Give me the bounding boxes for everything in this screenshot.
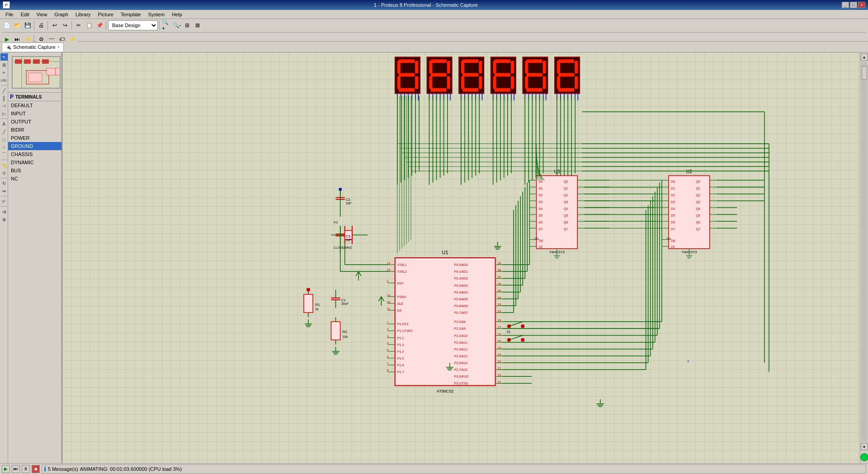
tab-label: Schematic Capture [13, 44, 56, 50]
terminal-input[interactable]: INPUT [8, 109, 61, 118]
design-dropdown[interactable]: Base Design [108, 20, 158, 30]
measure-tool-button[interactable]: 📏 [0, 161, 8, 169]
step-forward-button[interactable]: ⏭ [12, 465, 20, 473]
terminal-bus[interactable]: BUS [8, 166, 61, 175]
svg-text:C3: C3 [346, 234, 351, 238]
play-button[interactable]: ▶ [2, 465, 10, 473]
terminal-nc[interactable]: NC [8, 175, 61, 183]
print-button[interactable]: 🖨 [36, 20, 46, 30]
menu-file[interactable]: File [2, 11, 17, 18]
scroll-thumb[interactable] [862, 66, 867, 80]
stop-button[interactable]: ■ [32, 465, 40, 473]
svg-rect-62 [493, 61, 496, 73]
terminal-tool-button[interactable]: ⊣ [0, 102, 8, 109]
scroll-down-button[interactable]: ▼ [861, 443, 868, 450]
menu-view[interactable]: View [33, 11, 51, 18]
svg-text:P2.0/A8: P2.0/A8 [454, 320, 466, 323]
terminal-bidir[interactable]: BIDIR [8, 126, 61, 134]
svg-text:D6: D6 [671, 221, 675, 224]
menu-library[interactable]: Library [72, 11, 94, 18]
maximize-button[interactable]: □ [850, 2, 857, 8]
rotate-tool-button[interactable]: ↻ [0, 180, 8, 187]
schematic-diagram: U3 D0 D1 D2 D3 D4 D5 D6 D7 Q0 Q1 Q2 Q3 Q… [62, 52, 860, 463]
label-tool-button[interactable]: LBL [0, 76, 8, 84]
scroll-up-button[interactable]: ▲ [861, 53, 868, 61]
display-2 [427, 57, 452, 100]
terminal-default[interactable]: DEFAULT [8, 101, 61, 109]
zoom-full-button[interactable]: ⊠ [193, 20, 203, 30]
svg-text:PSEN: PSEN [397, 295, 406, 299]
svg-text:Q2: Q2 [696, 194, 700, 197]
thumbnail-svg [13, 57, 61, 89]
svg-rect-51 [462, 88, 478, 92]
svg-text:X1: X1 [334, 220, 338, 224]
terminal-power[interactable]: POWER [8, 134, 61, 142]
power-btn[interactable]: ⚡ [67, 34, 77, 44]
svg-rect-10 [56, 68, 61, 75]
menu-system[interactable]: System [144, 11, 168, 18]
terminal-ground[interactable]: GROUND [8, 142, 61, 150]
arc-tool-button[interactable]: ⌒ [0, 151, 8, 158]
new-button[interactable]: 📄 [2, 20, 12, 30]
menu-help[interactable]: Help [168, 11, 186, 18]
svg-rect-93 [558, 59, 574, 63]
mirror-tool-button[interactable]: ⇔ [0, 187, 8, 194]
terminal-output[interactable]: OUTPUT [8, 118, 61, 126]
pause-button[interactable]: ⏸ [22, 465, 30, 473]
tab-close-button[interactable]: × [57, 45, 60, 49]
menu-edit[interactable]: Edit [17, 11, 33, 18]
terminal-chassis[interactable]: CHASSIS [8, 150, 61, 158]
save-button[interactable]: 💾 [23, 20, 33, 30]
zoom-out-button[interactable]: 🔍- [172, 20, 182, 30]
redo-button[interactable]: ↪ [60, 20, 70, 30]
zoom-fit-button[interactable]: ⊞ [182, 20, 192, 30]
component-tool-button[interactable]: ⊞ [0, 61, 8, 68]
box-tool-button[interactable]: □ [0, 136, 8, 143]
svg-text:LE: LE [539, 245, 543, 248]
svg-rect-6 [33, 59, 40, 64]
paste-button[interactable]: 📌 [94, 20, 104, 30]
svg-text:P1.3: P1.3 [397, 343, 404, 346]
menu-bar: File Edit View Graph Library Picture Tem… [0, 10, 868, 19]
svg-text:P1.6: P1.6 [397, 364, 404, 367]
bus-tool-button[interactable]: ║ [0, 95, 8, 102]
menu-graph[interactable]: Graph [51, 11, 72, 18]
panel-header: P TERMINALS [8, 92, 61, 101]
tab-bar: 🔌 Schematic Capture × [0, 42, 868, 52]
menu-template[interactable]: Template [117, 11, 145, 18]
port-tool-button[interactable]: ▷ [0, 110, 8, 117]
undo-button[interactable]: ↩ [50, 20, 60, 30]
svg-rect-8 [28, 73, 42, 82]
copy-button[interactable]: 📋 [84, 20, 94, 30]
window-controls[interactable]: _ □ × [842, 2, 865, 8]
component-r2: R2 10k [331, 317, 348, 345]
zoom-in-button[interactable]: 🔍+ [161, 20, 171, 30]
schematic-capture-tab[interactable]: 🔌 Schematic Capture × [2, 43, 64, 52]
close-button[interactable]: × [858, 2, 865, 8]
probe-tool-button[interactable]: ⊙ [0, 169, 8, 176]
wire-tool-button[interactable]: ╱ [0, 87, 8, 94]
terminal-dynamic[interactable]: DYNAMIC [8, 158, 61, 166]
svg-text:XTAL2: XTAL2 [397, 270, 407, 273]
circle-tool-button[interactable]: ○ [0, 143, 8, 151]
svg-text:36: 36 [498, 283, 501, 286]
line-tool-button[interactable]: ╱ [0, 128, 8, 135]
junction-tool-button[interactable]: + [0, 69, 8, 76]
select-tool-button[interactable]: ↖ [0, 53, 8, 61]
snap-tool-button[interactable]: ⇉ [0, 208, 8, 215]
svg-rect-63 [511, 61, 514, 73]
svg-point-461 [521, 338, 524, 342]
svg-text:26: 26 [498, 333, 501, 336]
open-button[interactable]: 📂 [12, 20, 22, 30]
schematic-canvas-area[interactable]: U3 D0 D1 D2 D3 D4 D5 D6 D7 Q0 Q1 Q2 Q3 Q… [62, 52, 860, 463]
svg-text:P0.5/AD5: P0.5/AD5 [454, 298, 468, 301]
cut-button[interactable]: ✂ [74, 20, 84, 30]
text-tool-button[interactable]: A [0, 120, 8, 128]
menu-picture[interactable]: Picture [94, 11, 117, 18]
zoom-area-button[interactable]: 0° [0, 198, 8, 205]
minimize-button[interactable]: _ [842, 2, 849, 8]
svg-rect-65 [493, 76, 496, 89]
grid-tool-button[interactable]: ⊕ [0, 216, 8, 223]
svg-text:D5: D5 [539, 214, 543, 217]
svg-text:U1: U1 [442, 250, 448, 255]
